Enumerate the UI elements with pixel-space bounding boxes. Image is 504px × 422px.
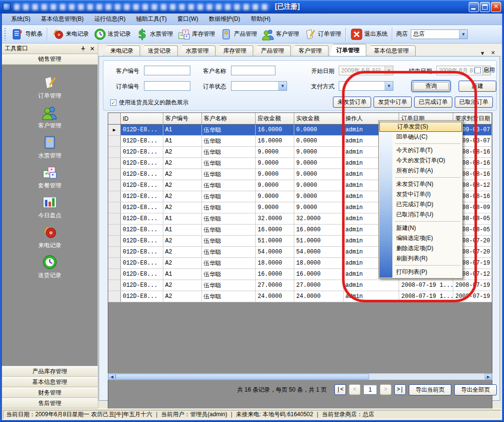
context-menu-item[interactable]: 所有的订单(A) [379,166,462,176]
context-menu-item[interactable]: 订单发货(S) [379,122,462,132]
shipping-orders-button[interactable]: 发货中订单 [374,97,412,108]
tab-order-active[interactable]: 订单管理 [330,44,366,56]
column-header[interactable]: 客户名称 [202,113,256,124]
sidebar-item-call-log[interactable]: 来电记录 [2,222,98,252]
window-border-left [0,14,2,422]
table-row[interactable]: 012D-E8...A2伍华聪27.000027.0000admin2008-0… [108,280,492,291]
table-cell: 2008-07-19 1... [453,280,492,291]
scrollbar-thumb[interactable] [115,374,369,380]
sidebar-item-water-ticket[interactable]: 水票管理 [2,132,98,162]
table-row[interactable]: 012D-E8...A2伍华聪24.000024.0000admin2008-0… [108,291,492,302]
cancelled-orders-button[interactable]: 已取消订单 [455,97,493,108]
tab-basic-info[interactable]: 基本信息管理 [367,45,416,56]
context-menu-item[interactable]: 发货中订单(I) [379,189,462,199]
context-menu-item[interactable]: 回单确认(C) [379,132,462,142]
toolbar-delivery-log-button[interactable]: 送货记录 [91,27,133,42]
sidebar-group-sales[interactable]: 销售管理 [2,54,98,65]
context-menu-item[interactable]: 刷新列表(R) [379,253,462,264]
context-menu-item[interactable]: 已取消订单(U) [379,210,462,220]
horizontal-scrollbar[interactable]: ◀ ▶ [108,373,492,380]
column-header[interactable]: 应收金额 [256,113,294,124]
menu-help[interactable]: 帮助(H) [245,14,276,25]
next-page-button[interactable]: > [380,384,391,395]
tab-delivery-log[interactable]: 送货记录 [141,45,178,56]
last-page-button[interactable]: >| [394,384,406,395]
toolbar-separator [47,28,47,41]
context-menu-item[interactable]: 删除选定项(D) [379,243,462,253]
context-menu-item[interactable]: 未发货订单(N) [379,179,462,189]
menu-system[interactable]: 系统(S) [6,14,36,25]
menu-window[interactable]: 窗口(W) [172,14,203,25]
tab-list-dropdown-icon[interactable]: ▼ [480,50,485,56]
chevron-down-icon[interactable]: ▼ [278,82,287,90]
tab-product[interactable]: 产品管理 [254,45,291,56]
order-no-input[interactable] [144,81,190,91]
customer-no-input[interactable] [144,66,190,75]
customer-name-input[interactable] [231,66,275,75]
tool-window-close-icon[interactable]: ✕ [90,45,95,52]
prev-page-button[interactable]: < [349,384,360,395]
first-page-button[interactable]: |< [334,384,346,395]
table-cell: 27.0000 [294,280,344,291]
restore-button[interactable] [480,2,490,12]
scroll-right-icon[interactable]: ▶ [485,374,492,380]
toolbar-order-button[interactable]: 订单管理 [302,27,344,42]
tab-close-icon[interactable]: ✕ [491,50,495,56]
toolbar-water-ticket-button[interactable]: $ 水票管理 [133,27,175,42]
unshipped-orders-button[interactable]: 未发货订单 [333,97,371,108]
page-number-input[interactable] [363,385,377,394]
enable-checkbox[interactable] [475,67,481,73]
sidebar-group-finance[interactable]: 财务管理 [2,387,98,398]
export-all-pages-button[interactable]: 导出全部页 [454,384,497,395]
sidebar-group-after-sales[interactable]: 售后管理 [2,398,98,408]
sidebar-item-daily-check[interactable]: 今日盘点 [2,192,98,222]
tab-call-log[interactable]: 来电记录 [103,45,140,56]
new-button[interactable]: 新建 [459,81,496,92]
toolbar-inventory-button[interactable]: 库存管理 [175,27,217,42]
menu-aux-tools[interactable]: 辅助工具(T) [131,14,172,25]
chevron-down-icon[interactable]: ▼ [459,30,467,39]
completed-orders-button[interactable]: 已完成订单 [414,97,452,108]
toolbar-exit-button[interactable]: 退出系统 [348,27,390,42]
tab-customer[interactable]: 客户管理 [292,45,329,56]
toolbar-call-log-button[interactable]: 来电记录 [49,27,91,42]
minimize-button[interactable] [469,2,479,12]
sidebar-item-delivery-log[interactable]: 送货记录 [2,252,98,282]
export-current-page-button[interactable]: 导出当前页 [409,384,451,395]
context-menu-item[interactable]: 打印列表(P) [379,267,462,277]
delivery-color-checkbox[interactable]: ✓ [110,99,116,106]
query-button[interactable]: 查询 [412,81,450,92]
toolbar-nav-button[interactable]: 导航条 [9,27,45,42]
toolbar-product-button[interactable]: 产品管理 [217,27,259,42]
pin-icon[interactable] [77,46,86,52]
sidebar-item-customer[interactable]: 客户管理 [2,102,98,132]
context-menu-item[interactable]: 新建(N) [379,223,462,233]
sidebar-group-product-inventory[interactable]: 产品库存管理 [2,366,98,377]
column-header[interactable]: ID [121,113,163,124]
order-status-select[interactable]: ▼ [231,81,287,91]
menu-basic-info[interactable]: 基本信息管理(B) [36,14,89,25]
tab-inventory[interactable]: 库存管理 [216,45,253,56]
menu-run-info[interactable]: 运行信息(R) [89,14,131,25]
shop-select[interactable]: 总店 ▼ [411,29,468,39]
sidebar-item-order[interactable]: 订单管理 [2,72,98,102]
sidebar-item-label: 送货记录 [38,271,61,280]
toolbar-customer-button[interactable]: 客户管理 [259,27,302,42]
start-date-picker[interactable]: 2009年 6月 8日 ▼ [339,66,393,75]
context-menu-item[interactable]: 今天的发货订单(O) [379,155,462,166]
sidebar-group-basic-info[interactable]: 基本信息管理 [2,377,98,387]
column-header[interactable]: 实收金额 [294,113,344,124]
context-menu-item[interactable]: 今天的订单(T) [379,145,462,155]
sidebar-item-combo[interactable]: 套餐管理 [2,162,98,192]
chevron-down-icon[interactable]: ▼ [385,82,393,90]
tab-water-ticket[interactable]: 水票管理 [179,45,216,56]
context-menu-item[interactable]: 编辑选定项(E) [379,233,462,243]
column-header[interactable]: 客户编号 [163,113,202,124]
context-menu-item[interactable]: 已完成订单(D) [379,199,462,210]
close-button[interactable]: ✕ [491,2,501,12]
toolbar-label: 来电记录 [66,30,89,38]
pay-method-select[interactable]: ▼ [339,81,393,91]
menu-data-maintain[interactable]: 数据维护(D) [203,14,245,25]
scroll-left-icon[interactable]: ◀ [108,374,115,380]
chevron-down-icon[interactable]: ▼ [385,66,393,75]
